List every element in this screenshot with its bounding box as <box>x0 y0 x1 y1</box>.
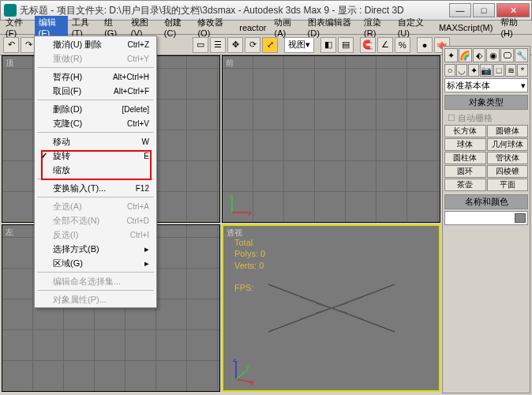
motion-tab[interactable]: ◉ <box>486 48 500 62</box>
menu-select-all[interactable]: 全选(A)Ctrl+A <box>36 199 155 213</box>
menu-create[interactable]: 创建(C) <box>160 16 194 39</box>
svg-text:z: z <box>233 359 238 363</box>
move-button[interactable]: ✥ <box>227 37 243 53</box>
minimize-button[interactable]: — <box>449 3 471 17</box>
prim-geosphere[interactable]: 几何球体 <box>487 138 529 151</box>
menu-customize[interactable]: 自定义(U) <box>394 16 435 39</box>
prim-cylinder[interactable]: 圆柱体 <box>444 152 486 164</box>
systems-subtab[interactable]: * <box>517 64 528 77</box>
svg-text:y: y <box>245 362 250 371</box>
helpers-subtab[interactable]: □ <box>493 64 504 77</box>
menu-delete[interactable]: 删除(D)[Delete] <box>36 102 155 116</box>
edit-menu-dropdown: 撤消(U) 删除Ctrl+Z 重做(R)Ctrl+Y 暂存(H)Alt+Ctrl… <box>34 36 157 308</box>
name-field[interactable] <box>444 211 528 225</box>
mirror-button[interactable]: ◧ <box>320 37 336 53</box>
menu-file[interactable]: 文件(F) <box>2 16 35 39</box>
prim-tube[interactable]: 管状体 <box>487 152 529 164</box>
prim-sphere[interactable]: 球体 <box>444 138 486 151</box>
rotate-button[interactable]: ⟳ <box>245 37 260 53</box>
align-button[interactable]: ▤ <box>338 37 354 53</box>
angle-snap-button[interactable]: ∠ <box>377 37 393 53</box>
category-dropdown[interactable]: 标准基本体▾ <box>444 78 528 92</box>
axis-gizmo: zxy <box>228 359 255 386</box>
rollout-name-color[interactable]: 名称和颜色 <box>444 194 528 209</box>
svg-line-14 <box>236 371 245 379</box>
menu-animation[interactable]: 动画(A) <box>270 16 303 39</box>
command-panel: ✦ 🌈 ⬖ ◉ 🖵 🔧 ○ ◡ ✦ 📷 □ ≋ * 标准基本体▾ 对象类型 ☐ … <box>442 46 530 393</box>
select-button[interactable]: ▭ <box>193 37 208 53</box>
display-tab[interactable]: 🖵 <box>500 48 514 62</box>
prim-plane[interactable]: 平面 <box>487 179 529 191</box>
menu-edit-named[interactable]: 编辑命名选择集... <box>36 274 155 288</box>
spacewarps-subtab[interactable]: ≋ <box>505 64 516 77</box>
prim-torus[interactable]: 圆环 <box>444 165 486 178</box>
menu-redo[interactable]: 重做(R)Ctrl+Y <box>36 51 155 66</box>
viewport-front[interactable]: 前 zx <box>222 55 440 223</box>
viewport-label: 左 <box>6 227 13 238</box>
shapes-subtab[interactable]: ◡ <box>456 64 467 77</box>
check-icon: ✔ <box>40 151 47 161</box>
menu-maxscript[interactable]: MAXScript(M) <box>435 22 496 33</box>
menu-select-invert[interactable]: 反选(I)Ctrl+I <box>36 228 155 242</box>
svg-text:x: x <box>248 208 251 217</box>
lights-subtab[interactable]: ✦ <box>468 64 479 77</box>
undo-button[interactable]: ↶ <box>3 37 19 53</box>
modify-tab[interactable]: 🌈 <box>459 48 472 62</box>
material-button[interactable]: ● <box>417 37 433 53</box>
menu-object-props[interactable]: 对象属性(P)... <box>36 292 155 307</box>
prim-cone[interactable]: 圆锥体 <box>487 125 529 137</box>
menu-rotate[interactable]: ✔旋转E <box>36 149 155 163</box>
viewport-perspective[interactable]: 透视 TotalPolys: 0Verts: 0FPS: zxy <box>222 224 440 392</box>
prim-pyramid[interactable]: 四棱锥 <box>487 165 529 178</box>
window-title: 无标题 - 项目文件夹: D:\用户目录\我的文档\3dsmax - Autod… <box>20 4 449 17</box>
svg-text:z: z <box>229 194 234 198</box>
menu-help[interactable]: 帮助(H) <box>496 16 530 39</box>
menu-hold[interactable]: 暂存(H)Alt+Ctrl+H <box>36 70 155 84</box>
hierarchy-tab[interactable]: ⬖ <box>473 48 486 62</box>
rollout-object-type[interactable]: 对象类型 <box>444 95 528 110</box>
prim-teapot[interactable]: 茶壶 <box>444 179 486 191</box>
menu-graph[interactable]: 图表编辑器(D) <box>304 16 361 39</box>
menu-fetch[interactable]: 取回(F)Alt+Ctrl+F <box>36 84 155 98</box>
menu-undo[interactable]: 撤消(U) 删除Ctrl+Z <box>36 37 155 51</box>
scale-button[interactable]: ⤢ <box>262 37 278 53</box>
grid <box>223 56 440 222</box>
menu-modifiers[interactable]: 修改器(O) <box>193 16 235 39</box>
create-tab[interactable]: ✦ <box>444 48 458 62</box>
chevron-right-icon: ▸ <box>144 244 149 254</box>
maximize-button[interactable]: □ <box>473 3 495 17</box>
snap-button[interactable]: 🧲 <box>360 37 376 53</box>
viewport-label: 前 <box>226 58 234 69</box>
menu-select-none[interactable]: 全部不选(N)Ctrl+D <box>36 213 155 228</box>
utilities-tab[interactable]: 🔧 <box>515 48 528 62</box>
axis-gizmo: zx <box>227 194 251 217</box>
menu-clone[interactable]: 克隆(C)Ctrl+V <box>36 116 155 130</box>
menu-transform-input[interactable]: 变换输入(T)...F12 <box>36 181 155 195</box>
cameras-subtab[interactable]: 📷 <box>480 64 493 77</box>
svg-text:x: x <box>250 378 255 386</box>
autogrid-checkbox[interactable]: ☐ 自动栅格 <box>444 111 528 125</box>
percent-snap-button[interactable]: % <box>395 37 410 53</box>
menu-move[interactable]: 移动W <box>36 134 155 149</box>
prim-box[interactable]: 长方体 <box>444 125 486 137</box>
viewport-label: 顶 <box>6 58 13 69</box>
svg-line-13 <box>236 379 252 382</box>
chevron-right-icon: ▸ <box>144 258 149 269</box>
menubar: 文件(F) 编辑(E) 工具(T) 组(G) 视图(V) 创建(C) 修改器(O… <box>0 21 532 35</box>
geometry-subtab[interactable]: ○ <box>444 64 455 77</box>
select-name-button[interactable]: ☰ <box>210 37 226 53</box>
menu-render[interactable]: 渲染(R) <box>360 16 394 39</box>
app-icon <box>4 4 17 17</box>
menu-region[interactable]: 区域(G)▸ <box>36 256 155 270</box>
menu-scale[interactable]: 缩放 <box>36 163 155 177</box>
menu-reactor[interactable]: reactor <box>235 22 270 33</box>
perspective-grid <box>223 226 439 390</box>
menu-select-by[interactable]: 选择方式(B)▸ <box>36 242 155 256</box>
refcoord-dropdown[interactable]: 视图 ▾ <box>284 37 314 53</box>
